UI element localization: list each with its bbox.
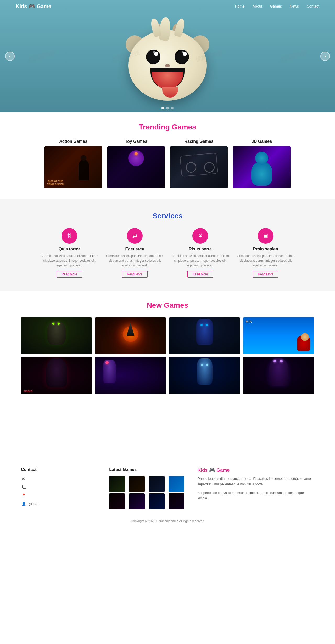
footer-logo: Kids 🎮 Game — [197, 467, 314, 473]
service-title-2: Eget arcu — [106, 247, 164, 252]
category-action-label: Action Games — [44, 139, 102, 144]
footer-address-icon: 📍 — [21, 493, 26, 498]
footer-thumb-7[interactable] — [149, 493, 165, 509]
category-toy-label: Toy Games — [107, 139, 165, 144]
footer-latest-title: Latest Games — [109, 467, 187, 472]
footer-contact: Contact ✉ 📞 📍 👤 (0033) — [21, 467, 99, 510]
footer-brand-desc2: Suspendisse convallis malesuada libero, … — [197, 490, 314, 501]
footer-thumb-1[interactable] — [109, 476, 125, 492]
footer-copyright: Copyright © 2020 Company name All rights… — [21, 515, 314, 523]
footer-brand-title: Kids — [197, 468, 208, 473]
slider-dot-3[interactable] — [171, 107, 174, 109]
toy-game-image[interactable] — [107, 146, 165, 188]
blank-spacer — [0, 404, 335, 457]
footer-thumb-2[interactable] — [129, 476, 145, 492]
footer-thumb-4[interactable] — [169, 476, 184, 492]
game-card-mario[interactable]: MTA — [243, 317, 314, 354]
game-card-villain[interactable] — [243, 357, 314, 394]
footer-logo-icon: 🎮 — [209, 467, 215, 473]
service-icon-4: ▣ — [258, 228, 273, 244]
category-3d-label: 3D Games — [233, 139, 291, 144]
game-categories: Action Games RISE OF THETOMB RAIDER Toy … — [21, 139, 314, 188]
footer-thumb-6[interactable] — [129, 493, 145, 509]
footer-user-text: (0033) — [29, 502, 39, 506]
service-desc-3: Curabitur suscipit porttitor aliquam. Et… — [171, 254, 229, 268]
nav-news[interactable]: News — [290, 4, 299, 8]
footer-grid: Contact ✉ 📞 📍 👤 (0033) Latest Games — [21, 467, 314, 510]
hero-creature — [123, 9, 212, 103]
game-card-dota[interactable] — [95, 357, 166, 394]
service-desc-4: Curabitur suscipit porttitor aliquam. Et… — [237, 254, 294, 268]
game-card-joker[interactable] — [21, 317, 92, 354]
trending-section: Trending Games Action Games RISE OF THET… — [0, 112, 335, 199]
footer-user-icon: 👤 — [21, 501, 26, 506]
slider-dots — [161, 107, 174, 109]
game-card-mortal[interactable] — [95, 317, 166, 354]
service-icon-1: ⇅ — [62, 228, 77, 244]
service-desc-2: Curabitur suscipit porttitor aliquam. Et… — [106, 254, 164, 268]
footer-brand: Kids 🎮 Game Donec lobortis diam eu aucto… — [197, 467, 314, 510]
service-title-3: Risus porta — [171, 247, 229, 252]
service-readmore-1[interactable]: Read More — [57, 271, 82, 278]
category-toy: Toy Games — [107, 139, 165, 188]
footer-brand-desc1: Donec lobortis diam eu auctor porta. Pha… — [197, 476, 314, 487]
services-section: Services ⇅ Quis tortor Curabitur suscipi… — [0, 199, 335, 291]
nav-games[interactable]: Games — [270, 4, 282, 8]
nav-about[interactable]: About — [253, 4, 262, 8]
nav-home[interactable]: Home — [235, 4, 245, 8]
footer-thumb-8[interactable] — [169, 493, 184, 509]
site-header: Kids 🎮 Game Home About Games News Contac… — [0, 0, 335, 13]
game-card-cyber[interactable] — [169, 317, 240, 354]
nav-contact[interactable]: Contact — [307, 4, 319, 8]
service-title-4: Proin sapien — [237, 247, 294, 252]
category-racing-label: Racing Games — [170, 139, 228, 144]
3d-game-image[interactable] — [233, 146, 291, 188]
slider-dot-1[interactable] — [161, 107, 164, 109]
service-readmore-3[interactable]: Read More — [187, 271, 213, 278]
service-icon-2: ⇄ — [127, 228, 143, 244]
slider-dot-2[interactable] — [166, 107, 169, 109]
new-games-grid: MTA DIABLO — [21, 317, 314, 394]
services-grid: ⇅ Quis tortor Curabitur suscipit porttit… — [21, 228, 314, 278]
service-icon-3: ¥ — [192, 228, 208, 244]
trending-title: Trending Games — [21, 123, 314, 131]
footer-brand-text: Game — [216, 468, 230, 473]
new-games-section: New Games — [0, 291, 335, 404]
service-card-3: ¥ Risus porta Curabitur suscipit porttit… — [171, 228, 229, 278]
game-card-frozen[interactable] — [169, 357, 240, 394]
footer-user-item: 👤 (0033) — [21, 501, 99, 506]
logo-text-game: Game — [37, 3, 51, 9]
new-games-title: New Games — [21, 301, 314, 310]
footer-phone-icon: 📞 — [21, 485, 26, 490]
slider-next-button[interactable]: › — [320, 52, 330, 61]
footer-email-icon: ✉ — [21, 476, 26, 481]
footer-thumb-3[interactable] — [149, 476, 165, 492]
services-title: Services — [21, 212, 314, 220]
service-readmore-2[interactable]: Read More — [122, 271, 147, 278]
logo-text-kids: Kids — [16, 3, 27, 9]
footer-latest-games: Latest Games — [109, 467, 187, 510]
service-card-4: ▣ Proin sapien Curabitur suscipit portti… — [237, 228, 294, 278]
footer-phone-item: 📞 — [21, 485, 99, 490]
action-game-image[interactable]: RISE OF THETOMB RAIDER — [44, 146, 102, 188]
footer-thumb-5[interactable] — [109, 493, 125, 509]
service-title-1: Quis tortor — [41, 247, 98, 252]
slider-prev-button[interactable]: ‹ — [5, 52, 15, 61]
service-readmore-4[interactable]: Read More — [253, 271, 278, 278]
logo-gamepad-icon: 🎮 — [29, 3, 35, 9]
racing-game-image[interactable] — [170, 146, 228, 188]
category-racing: Racing Games — [170, 139, 228, 188]
category-3d: 3D Games — [233, 139, 291, 188]
service-card-1: ⇅ Quis tortor Curabitur suscipit porttit… — [41, 228, 98, 278]
footer: Contact ✉ 📞 📍 👤 (0033) Latest Games — [0, 457, 335, 528]
category-action: Action Games RISE OF THETOMB RAIDER — [44, 139, 102, 188]
service-desc-1: Curabitur suscipit porttitor aliquam. Et… — [41, 254, 98, 268]
footer-contact-title: Contact — [21, 467, 99, 472]
site-logo[interactable]: Kids 🎮 Game — [16, 3, 51, 9]
footer-email-item: ✉ — [21, 476, 99, 481]
main-nav: Home About Games News Contact — [235, 4, 319, 8]
footer-address-item: 📍 — [21, 493, 99, 498]
game-card-diablo[interactable]: DIABLO — [21, 357, 92, 394]
service-card-2: ⇄ Eget arcu Curabitur suscipit porttitor… — [106, 228, 164, 278]
copyright-text: Copyright © 2020 Company name All rights… — [131, 519, 204, 523]
